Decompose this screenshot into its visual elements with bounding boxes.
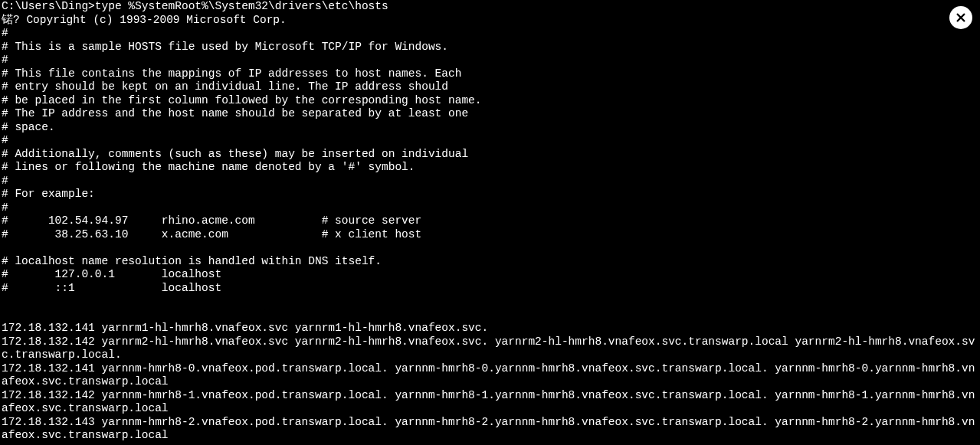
output-line: # ::1 localhost xyxy=(2,282,221,294)
output-line: # xyxy=(2,175,8,187)
output-line: # The IP address and the host name shoul… xyxy=(2,107,468,119)
output-line: # 102.54.94.97 rhino.acme.com # source s… xyxy=(2,214,421,227)
output-line: 172.18.132.142 yarnnm-hmrh8-1.vnafeox.po… xyxy=(2,389,975,415)
output-line: # xyxy=(2,201,8,214)
output-line: # Additionally, comments (such as these)… xyxy=(2,148,468,160)
output-line: # For example: xyxy=(2,188,95,200)
output-line: # This is a sample HOSTS file used by Mi… xyxy=(2,41,448,53)
output-line: # xyxy=(2,54,8,66)
output-line: 172.18.132.143 yarnnm-hmrh8-2.vnafeox.po… xyxy=(2,416,975,442)
output-line: 锘? Copyright (c) 1993-2009 Microsoft Cor… xyxy=(2,14,287,26)
output-line: 172.18.132.141 yarnnm-hmrh8-0.vnafeox.po… xyxy=(2,362,975,388)
output-line: 172.18.132.142 yarnrm2-hl-hmrh8.vnafeox.… xyxy=(2,335,975,362)
output-line: # xyxy=(2,27,8,39)
output-line: # xyxy=(2,134,8,146)
output-line: # be placed in the first column followed… xyxy=(2,94,482,106)
close-button[interactable] xyxy=(949,6,972,29)
output-line: # This file contains the mappings of IP … xyxy=(2,67,461,80)
output-line: # 127.0.0.1 localhost xyxy=(2,268,221,280)
output-line: # localhost name resolution is handled w… xyxy=(2,255,382,267)
output-line: 172.18.132.141 yarnrm1-hl-hmrh8.vnafeox.… xyxy=(2,322,488,334)
output-line: # lines or following the machine name de… xyxy=(2,161,415,173)
command-prompt-line: C:\Users\Ding>type %SystemRoot%\System32… xyxy=(2,0,388,12)
output-line: # entry should be kept on an individual … xyxy=(2,80,448,93)
close-icon xyxy=(955,12,966,23)
output-line: # 38.25.63.10 x.acme.com # x client host xyxy=(2,228,421,240)
output-line: # space. xyxy=(2,121,55,133)
terminal-output[interactable]: C:\Users\Ding>type %SystemRoot%\System32… xyxy=(0,0,980,443)
